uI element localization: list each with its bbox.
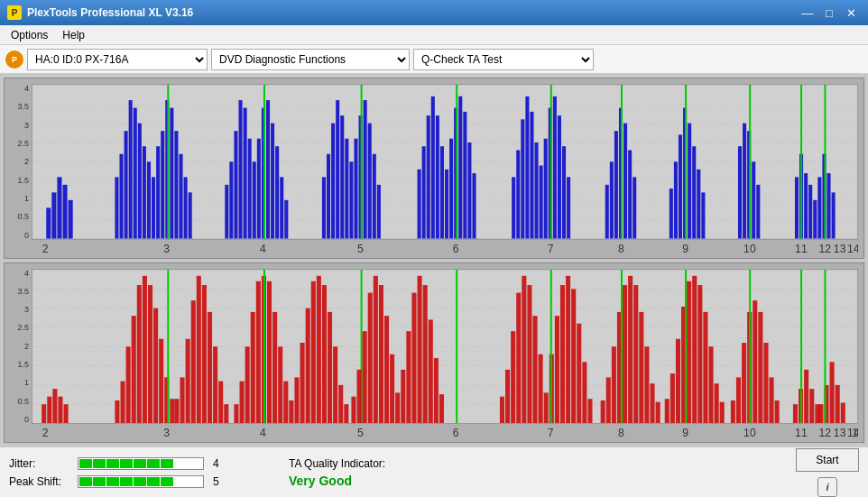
- menu-help[interactable]: Help: [55, 27, 92, 43]
- svg-rect-11: [57, 177, 61, 238]
- svg-rect-265: [793, 404, 798, 423]
- jitter-seg-5: [134, 459, 146, 468]
- svg-text:11: 11: [795, 243, 808, 255]
- svg-rect-54: [354, 139, 357, 239]
- start-button[interactable]: Start: [796, 448, 859, 472]
- svg-rect-244: [670, 373, 675, 423]
- close-button[interactable]: ✕: [841, 5, 861, 21]
- svg-rect-64: [431, 97, 435, 239]
- svg-rect-118: [817, 177, 821, 238]
- svg-text:2: 2: [42, 427, 49, 439]
- svg-text:8: 8: [618, 427, 624, 439]
- svg-rect-192: [338, 384, 343, 423]
- svg-rect-156: [148, 285, 152, 423]
- svg-rect-114: [804, 173, 808, 238]
- test-select[interactable]: Q-Check TA Test: [413, 49, 594, 70]
- svg-rect-155: [143, 275, 147, 423]
- svg-rect-146: [47, 396, 51, 423]
- svg-rect-35: [239, 100, 243, 238]
- svg-rect-226: [571, 289, 576, 423]
- svg-rect-20: [143, 146, 146, 238]
- jitter-seg-6: [147, 459, 160, 468]
- svg-rect-185: [300, 342, 305, 423]
- device-select[interactable]: HA:0 ID:0 PX-716A: [27, 49, 208, 70]
- svg-rect-262: [770, 377, 774, 423]
- svg-rect-88: [550, 85, 552, 239]
- ps-seg-5: [134, 477, 146, 486]
- svg-rect-89: [605, 185, 609, 239]
- svg-rect-33: [229, 161, 233, 238]
- title-text: PlexTools Professional XL V3.16: [27, 6, 193, 19]
- svg-rect-16: [125, 131, 128, 238]
- svg-rect-172: [234, 404, 238, 423]
- start-section: Start i: [796, 448, 859, 497]
- svg-rect-183: [289, 400, 293, 423]
- svg-rect-174: [245, 346, 250, 423]
- svg-rect-151: [120, 381, 125, 423]
- svg-rect-209: [429, 319, 433, 423]
- jitter-seg-9: [188, 459, 200, 468]
- minimize-button[interactable]: —: [798, 5, 817, 21]
- svg-rect-42: [271, 124, 274, 239]
- info-button[interactable]: i: [817, 477, 837, 497]
- svg-rect-245: [676, 338, 680, 423]
- menu-options[interactable]: Options: [4, 27, 55, 43]
- svg-rect-182: [263, 270, 265, 424]
- function-select[interactable]: DVD Diagnostic Functions: [211, 49, 410, 70]
- svg-rect-236: [628, 275, 633, 423]
- svg-rect-75: [512, 177, 515, 238]
- ps-seg-7: [161, 477, 173, 486]
- svg-rect-62: [422, 146, 426, 238]
- svg-rect-36: [244, 108, 247, 239]
- svg-rect-261: [763, 342, 768, 423]
- svg-rect-85: [558, 115, 561, 238]
- svg-rect-34: [234, 131, 237, 238]
- svg-rect-247: [687, 281, 691, 423]
- svg-rect-169: [213, 346, 217, 423]
- svg-rect-43: [275, 146, 279, 238]
- svg-rect-235: [623, 285, 627, 423]
- top-chart: 4 3.5 3 2.5 2 1.5 1 0.5 0: [4, 78, 864, 259]
- svg-rect-173: [240, 381, 245, 423]
- svg-rect-14: [115, 177, 118, 238]
- svg-rect-45: [284, 200, 288, 239]
- title-bar: P PlexTools Professional XL V3.16 — □ ✕: [0, 0, 868, 25]
- svg-rect-60: [361, 85, 363, 239]
- svg-rect-199: [374, 275, 378, 423]
- svg-rect-41: [266, 100, 270, 238]
- svg-rect-231: [601, 400, 605, 423]
- svg-text:10: 10: [743, 427, 756, 439]
- svg-text:4: 4: [260, 243, 266, 255]
- svg-rect-107: [743, 124, 746, 239]
- app-icon: P: [7, 5, 22, 20]
- svg-text:5: 5: [357, 427, 364, 439]
- svg-rect-58: [373, 154, 376, 239]
- svg-rect-179: [272, 311, 277, 423]
- svg-text:12: 12: [819, 243, 832, 255]
- metrics-section: Jitter: 4 Peak Shift:: [9, 457, 262, 488]
- svg-text:6: 6: [453, 427, 459, 439]
- ta-quality-label: TA Quality Indicator:: [289, 457, 385, 470]
- svg-rect-105: [685, 85, 687, 239]
- svg-rect-233: [612, 346, 616, 423]
- svg-rect-17: [129, 100, 133, 238]
- svg-rect-203: [395, 392, 400, 423]
- svg-rect-95: [633, 177, 636, 238]
- svg-rect-84: [553, 97, 557, 239]
- svg-rect-81: [540, 166, 543, 239]
- svg-rect-61: [418, 170, 421, 239]
- bottom-chart: 4 3.5 3 2.5 2 1.5 1 0.5 0: [4, 262, 864, 444]
- svg-text:3: 3: [163, 427, 170, 439]
- svg-rect-148: [58, 396, 62, 423]
- svg-text:6: 6: [453, 243, 459, 255]
- svg-rect-221: [544, 392, 549, 423]
- svg-rect-273: [830, 362, 835, 423]
- svg-rect-122: [824, 85, 826, 239]
- svg-rect-9: [46, 207, 51, 238]
- bottom-chart-svg: [32, 270, 857, 424]
- bottom-chart-inner: [32, 269, 858, 425]
- svg-rect-166: [197, 275, 201, 423]
- svg-rect-37: [248, 139, 252, 239]
- svg-rect-181: [283, 381, 288, 423]
- maximize-button[interactable]: □: [819, 5, 839, 21]
